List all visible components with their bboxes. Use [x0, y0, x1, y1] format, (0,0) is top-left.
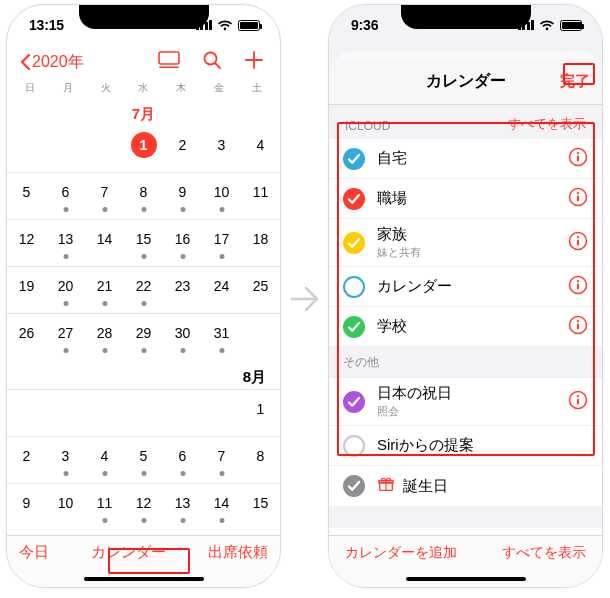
day-number: 13 — [53, 226, 79, 252]
calendar-day[interactable]: 19 — [7, 267, 46, 313]
calendar-day[interactable]: 12 — [7, 220, 46, 266]
calendar-day[interactable]: 26 — [7, 314, 46, 360]
calendar-row[interactable]: 学校 — [329, 307, 602, 347]
calendar-day[interactable]: 9 — [7, 484, 46, 530]
calendar-row[interactable]: Siriからの提案 — [329, 426, 602, 466]
calendar-day[interactable]: 23 — [163, 267, 202, 313]
calendar-day[interactable]: 2 — [163, 126, 202, 172]
calendar-day[interactable]: 9 — [163, 173, 202, 219]
event-dot-icon — [141, 348, 146, 353]
calendar-day[interactable]: 25 — [241, 267, 280, 313]
calendar-row[interactable]: 家族妹と共有 — [329, 219, 602, 267]
back-button[interactable]: 2020年 — [19, 52, 84, 73]
calendar-day[interactable]: 7 — [202, 437, 241, 483]
event-dot-icon — [219, 348, 224, 353]
today-button[interactable]: 今日 — [19, 543, 49, 562]
calendar-checkbox[interactable] — [343, 232, 365, 254]
calendars-button[interactable]: カレンダー — [91, 543, 166, 562]
add-calendar-button[interactable]: カレンダーを追加 — [345, 544, 457, 562]
back-label: 2020年 — [32, 52, 84, 73]
home-indicator[interactable] — [406, 577, 526, 581]
info-icon[interactable] — [568, 275, 588, 299]
info-icon[interactable] — [568, 231, 588, 255]
calendar-day[interactable]: 8 — [241, 437, 280, 483]
day-number: 2 — [170, 132, 196, 158]
calendar-day[interactable]: 15 — [241, 484, 280, 530]
event-dot-icon — [102, 518, 107, 523]
calendar-day[interactable]: 30 — [163, 314, 202, 360]
calendar-day[interactable]: 5 — [124, 437, 163, 483]
calendar-checkbox[interactable] — [343, 316, 365, 338]
calendar-day[interactable]: 11 — [241, 173, 280, 219]
calendar-day[interactable]: 13 — [46, 220, 85, 266]
svg-rect-6 — [159, 67, 179, 69]
calendar-day[interactable]: 14 — [85, 220, 124, 266]
calendar-day[interactable]: 16 — [163, 220, 202, 266]
calendar-day[interactable]: 20 — [46, 267, 85, 313]
calendar-body[interactable]: 7月 1234567891011121314151617181920212223… — [7, 99, 280, 553]
calendar-day[interactable]: 28 — [85, 314, 124, 360]
day-number: 15 — [131, 226, 157, 252]
calendar-day[interactable]: 18 — [241, 220, 280, 266]
calendar-day[interactable]: 11 — [85, 484, 124, 530]
calendar-row[interactable]: 自宅 — [329, 139, 602, 179]
search-icon[interactable] — [202, 50, 222, 74]
calendar-day[interactable]: 6 — [46, 173, 85, 219]
calendar-day[interactable]: 4 — [85, 437, 124, 483]
calendar-row[interactable]: 誕生日 — [329, 466, 602, 506]
calendars-sheet: カレンダー 完了 ICLOUD すべてを表示 自宅職場家族妹と共有カレンダー学校… — [329, 59, 602, 587]
done-button[interactable]: 完了 — [560, 72, 590, 91]
calendar-day — [85, 126, 124, 172]
show-all-footer-button[interactable]: すべてを表示 — [502, 544, 586, 562]
calendar-checkbox[interactable] — [343, 276, 365, 298]
invitations-button[interactable]: 出席依頼 — [208, 543, 268, 562]
calendar-day[interactable]: 14 — [202, 484, 241, 530]
calendar-day[interactable]: 3 — [202, 126, 241, 172]
calendar-day[interactable]: 27 — [46, 314, 85, 360]
calendar-day[interactable]: 10 — [202, 173, 241, 219]
notch — [401, 5, 531, 29]
list-view-icon[interactable] — [158, 51, 180, 73]
event-dot-icon — [180, 518, 185, 523]
calendar-day[interactable]: 10 — [46, 484, 85, 530]
event-dot-icon — [219, 254, 224, 259]
calendar-checkbox[interactable] — [343, 148, 365, 170]
calendar-day[interactable]: 22 — [124, 267, 163, 313]
calendar-row[interactable]: 日本の祝日照会 — [329, 378, 602, 426]
calendar-day[interactable]: 3 — [46, 437, 85, 483]
calendar-day[interactable]: 6 — [163, 437, 202, 483]
home-indicator[interactable] — [84, 577, 204, 581]
calendar-day[interactable]: 21 — [85, 267, 124, 313]
calendar-row[interactable]: 職場 — [329, 179, 602, 219]
calendar-checkbox[interactable] — [343, 391, 365, 413]
calendar-day[interactable]: 1 — [124, 126, 163, 172]
info-icon[interactable] — [568, 187, 588, 211]
day-number: 19 — [14, 273, 40, 299]
calendar-checkbox[interactable] — [343, 475, 365, 497]
calendar-day[interactable]: 8 — [124, 173, 163, 219]
calendar-day[interactable]: 24 — [202, 267, 241, 313]
calendar-day[interactable]: 4 — [241, 126, 280, 172]
show-all-button[interactable]: すべてを表示 — [508, 115, 586, 133]
calendar-day[interactable]: 29 — [124, 314, 163, 360]
calendar-day[interactable]: 12 — [124, 484, 163, 530]
calendar-day[interactable]: 31 — [202, 314, 241, 360]
calendar-day[interactable]: 13 — [163, 484, 202, 530]
calendar-day[interactable]: 5 — [7, 173, 46, 219]
day-number: 29 — [131, 320, 157, 346]
add-icon[interactable] — [244, 50, 264, 74]
calendar-day[interactable]: 17 — [202, 220, 241, 266]
calendar-day[interactable]: 2 — [7, 437, 46, 483]
calendar-row[interactable]: カレンダー — [329, 267, 602, 307]
calendar-day[interactable]: 15 — [124, 220, 163, 266]
info-icon[interactable] — [568, 390, 588, 414]
info-icon[interactable] — [568, 147, 588, 171]
calendar-day[interactable]: 7 — [85, 173, 124, 219]
calendar-week: 9101112131415 — [7, 483, 280, 530]
calendar-checkbox[interactable] — [343, 435, 365, 457]
calendar-label: 職場 — [377, 189, 556, 208]
calendar-day[interactable]: 1 — [241, 390, 280, 436]
calendar-checkbox[interactable] — [343, 188, 365, 210]
event-dot-icon — [141, 207, 146, 212]
info-icon[interactable] — [568, 315, 588, 339]
